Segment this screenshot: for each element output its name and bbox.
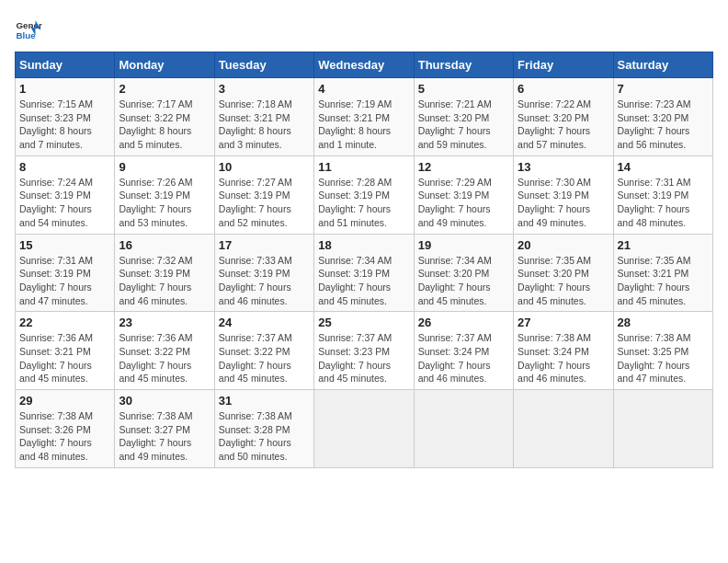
weekday-friday: Friday [514, 52, 613, 78]
day-cell: 9Sunrise: 7:26 AM Sunset: 3:19 PM Daylig… [115, 155, 214, 234]
day-number: 15 [19, 238, 110, 252]
day-detail: Sunrise: 7:38 AM Sunset: 3:25 PM Dayligh… [618, 331, 709, 385]
day-number: 12 [418, 160, 509, 174]
day-detail: Sunrise: 7:34 AM Sunset: 3:19 PM Dayligh… [318, 254, 409, 308]
day-cell: 14Sunrise: 7:31 AM Sunset: 3:19 PM Dayli… [613, 155, 712, 234]
weekday-wednesday: Wednesday [314, 52, 414, 78]
day-detail: Sunrise: 7:29 AM Sunset: 3:19 PM Dayligh… [418, 176, 509, 230]
day-number: 10 [219, 160, 310, 174]
day-number: 5 [418, 82, 509, 96]
day-cell: 15Sunrise: 7:31 AM Sunset: 3:19 PM Dayli… [16, 234, 115, 312]
day-number: 28 [618, 316, 709, 329]
weekday-tuesday: Tuesday [214, 52, 313, 78]
day-number: 20 [518, 238, 609, 252]
week-row-5: 29Sunrise: 7:38 AM Sunset: 3:26 PM Dayli… [16, 390, 713, 468]
day-cell: 17Sunrise: 7:33 AM Sunset: 3:19 PM Dayli… [214, 234, 313, 312]
day-cell: 12Sunrise: 7:29 AM Sunset: 3:19 PM Dayli… [414, 155, 513, 234]
week-row-4: 22Sunrise: 7:36 AM Sunset: 3:21 PM Dayli… [16, 312, 713, 390]
day-detail: Sunrise: 7:32 AM Sunset: 3:19 PM Dayligh… [119, 254, 210, 308]
day-number: 8 [19, 160, 110, 174]
svg-text:General: General [17, 20, 43, 30]
week-row-2: 8Sunrise: 7:24 AM Sunset: 3:19 PM Daylig… [16, 155, 713, 234]
day-detail: Sunrise: 7:38 AM Sunset: 3:28 PM Dayligh… [219, 409, 310, 464]
day-detail: Sunrise: 7:17 AM Sunset: 3:22 PM Dayligh… [119, 98, 210, 152]
day-cell: 18Sunrise: 7:34 AM Sunset: 3:19 PM Dayli… [314, 234, 414, 312]
day-detail: Sunrise: 7:38 AM Sunset: 3:26 PM Dayligh… [19, 409, 110, 464]
day-cell: 7Sunrise: 7:23 AM Sunset: 3:20 PM Daylig… [613, 78, 712, 156]
day-number: 3 [219, 82, 310, 96]
day-detail: Sunrise: 7:38 AM Sunset: 3:27 PM Dayligh… [119, 409, 210, 464]
day-number: 7 [618, 82, 709, 96]
day-cell: 23Sunrise: 7:36 AM Sunset: 3:22 PM Dayli… [115, 312, 214, 390]
day-number: 6 [518, 82, 609, 96]
day-cell: 26Sunrise: 7:37 AM Sunset: 3:24 PM Dayli… [414, 312, 513, 390]
day-detail: Sunrise: 7:26 AM Sunset: 3:19 PM Dayligh… [119, 176, 210, 230]
day-detail: Sunrise: 7:19 AM Sunset: 3:21 PM Dayligh… [318, 98, 409, 152]
day-number: 31 [219, 394, 310, 408]
logo-icon: General Blue [15, 15, 42, 42]
day-detail: Sunrise: 7:28 AM Sunset: 3:19 PM Dayligh… [318, 176, 409, 230]
day-number: 11 [318, 160, 409, 174]
day-number: 2 [119, 82, 210, 96]
day-cell: 27Sunrise: 7:38 AM Sunset: 3:24 PM Dayli… [514, 312, 613, 390]
day-number: 21 [618, 238, 709, 252]
day-detail: Sunrise: 7:36 AM Sunset: 3:21 PM Dayligh… [19, 331, 110, 385]
day-cell: 11Sunrise: 7:28 AM Sunset: 3:19 PM Dayli… [314, 155, 414, 234]
day-detail: Sunrise: 7:38 AM Sunset: 3:24 PM Dayligh… [518, 331, 609, 385]
day-cell [414, 390, 513, 468]
day-cell: 6Sunrise: 7:22 AM Sunset: 3:20 PM Daylig… [514, 78, 613, 156]
day-cell: 3Sunrise: 7:18 AM Sunset: 3:21 PM Daylig… [214, 78, 313, 156]
weekday-saturday: Saturday [613, 52, 712, 78]
page-header: General Blue [15, 15, 713, 42]
day-detail: Sunrise: 7:35 AM Sunset: 3:20 PM Dayligh… [518, 254, 609, 308]
day-detail: Sunrise: 7:23 AM Sunset: 3:20 PM Dayligh… [618, 98, 709, 152]
day-number: 27 [518, 316, 609, 329]
day-number: 29 [19, 394, 110, 408]
day-cell: 19Sunrise: 7:34 AM Sunset: 3:20 PM Dayli… [414, 234, 513, 312]
day-detail: Sunrise: 7:30 AM Sunset: 3:19 PM Dayligh… [518, 176, 609, 230]
day-number: 14 [618, 160, 709, 174]
svg-text:Blue: Blue [17, 30, 37, 40]
day-cell: 16Sunrise: 7:32 AM Sunset: 3:19 PM Dayli… [115, 234, 214, 312]
day-number: 22 [19, 316, 110, 329]
day-number: 23 [119, 316, 210, 329]
logo: General Blue [15, 15, 42, 42]
day-cell [514, 390, 613, 468]
weekday-thursday: Thursday [414, 52, 513, 78]
day-cell: 24Sunrise: 7:37 AM Sunset: 3:22 PM Dayli… [214, 312, 313, 390]
day-number: 19 [418, 238, 509, 252]
day-cell: 8Sunrise: 7:24 AM Sunset: 3:19 PM Daylig… [16, 155, 115, 234]
day-cell: 4Sunrise: 7:19 AM Sunset: 3:21 PM Daylig… [314, 78, 414, 156]
day-detail: Sunrise: 7:21 AM Sunset: 3:20 PM Dayligh… [418, 98, 509, 152]
day-number: 9 [119, 160, 210, 174]
day-cell: 10Sunrise: 7:27 AM Sunset: 3:19 PM Dayli… [214, 155, 313, 234]
weekday-sunday: Sunday [16, 52, 115, 78]
day-cell: 29Sunrise: 7:38 AM Sunset: 3:26 PM Dayli… [16, 390, 115, 468]
day-cell: 5Sunrise: 7:21 AM Sunset: 3:20 PM Daylig… [414, 78, 513, 156]
week-row-1: 1Sunrise: 7:15 AM Sunset: 3:23 PM Daylig… [16, 78, 713, 156]
weekday-monday: Monday [115, 52, 214, 78]
day-cell: 13Sunrise: 7:30 AM Sunset: 3:19 PM Dayli… [514, 155, 613, 234]
day-number: 4 [318, 82, 409, 96]
day-cell: 22Sunrise: 7:36 AM Sunset: 3:21 PM Dayli… [16, 312, 115, 390]
day-number: 30 [119, 394, 210, 408]
day-detail: Sunrise: 7:37 AM Sunset: 3:24 PM Dayligh… [418, 331, 509, 385]
day-number: 17 [219, 238, 310, 252]
day-cell: 1Sunrise: 7:15 AM Sunset: 3:23 PM Daylig… [16, 78, 115, 156]
day-detail: Sunrise: 7:24 AM Sunset: 3:19 PM Dayligh… [19, 176, 110, 230]
day-detail: Sunrise: 7:18 AM Sunset: 3:21 PM Dayligh… [219, 98, 310, 152]
day-number: 25 [318, 316, 409, 329]
day-number: 26 [418, 316, 509, 329]
day-detail: Sunrise: 7:37 AM Sunset: 3:23 PM Dayligh… [318, 331, 409, 385]
day-detail: Sunrise: 7:22 AM Sunset: 3:20 PM Dayligh… [518, 98, 609, 152]
day-number: 18 [318, 238, 409, 252]
day-number: 13 [518, 160, 609, 174]
day-detail: Sunrise: 7:31 AM Sunset: 3:19 PM Dayligh… [618, 176, 709, 230]
day-detail: Sunrise: 7:35 AM Sunset: 3:21 PM Dayligh… [618, 254, 709, 308]
day-cell: 20Sunrise: 7:35 AM Sunset: 3:20 PM Dayli… [514, 234, 613, 312]
day-cell: 21Sunrise: 7:35 AM Sunset: 3:21 PM Dayli… [613, 234, 712, 312]
day-cell: 2Sunrise: 7:17 AM Sunset: 3:22 PM Daylig… [115, 78, 214, 156]
day-detail: Sunrise: 7:33 AM Sunset: 3:19 PM Dayligh… [219, 254, 310, 308]
day-cell: 25Sunrise: 7:37 AM Sunset: 3:23 PM Dayli… [314, 312, 414, 390]
day-detail: Sunrise: 7:37 AM Sunset: 3:22 PM Dayligh… [219, 331, 310, 385]
